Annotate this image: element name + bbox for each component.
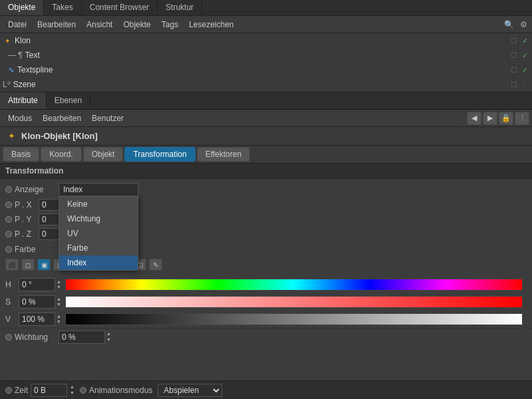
szene-check-icon: : [520,80,529,89]
tab-struktur[interactable]: Struktur [158,0,202,15]
menu-bar-right: 🔍 ⚙ [503,19,529,31]
menu-ansicht[interactable]: Ansicht [81,18,118,31]
py-label: P . Y [5,215,39,224]
tab-objekte[interactable]: Objekte [0,0,44,15]
tab-objekt[interactable]: Objekt [83,147,124,162]
tool-modus[interactable]: Modus [3,112,37,125]
tab-effektoren[interactable]: Effektoren [197,147,250,162]
color-tool-1[interactable]: ◻ [21,259,35,271]
option-keine[interactable]: Keine [59,197,138,211]
anzeige-value[interactable]: Index [59,183,138,196]
farbe-label: Farbe [5,245,59,254]
zeit-down-arrow[interactable]: ▼ [70,390,74,396]
obj-header: ✦ Klon-Objekt [Klon] [0,127,532,146]
pz-label-text: P . Z [15,229,31,239]
textspline-icons: ☐ ✓ [509,65,529,74]
pz-dot [5,231,12,237]
menu-bar: Datei Bearbeiten Ansicht Objekte Tags Le… [0,16,532,33]
px-label-text: P . X [15,200,32,209]
tab-transformation[interactable]: Transformation [124,147,195,162]
tool-benutzer[interactable]: Benutzer [86,112,129,125]
anzeige-label-text: Anzeige [15,185,43,194]
option-uv[interactable]: UV [59,226,138,241]
h-down-arrow[interactable]: ▼ [57,285,61,290]
arrow-right-btn[interactable]: ▶ [483,112,497,125]
option-farbe[interactable]: Farbe [59,241,138,255]
s-input[interactable] [19,295,55,309]
klon-name: Klon [15,36,509,45]
v-down-arrow[interactable]: ▼ [57,319,61,325]
zeit-input[interactable] [31,384,67,397]
anzeige-dot [5,186,12,193]
text-vis-icon: ☐ [509,51,519,60]
v-input[interactable] [19,313,55,326]
tab-takes[interactable]: Takes [44,0,81,15]
text-tree-icon: — ¶ [8,51,23,60]
lock-btn[interactable]: 🔒 [499,112,513,125]
arrow-left-btn[interactable]: ◀ [467,112,481,125]
settings-icon[interactable]: ⚙ [517,19,529,31]
zeit-label: Zeit [15,386,28,395]
object-row-szene[interactable]: L⁰ Szene ☐ : [0,77,532,92]
s-down-arrow[interactable]: ▼ [57,302,61,307]
klon-vis-icon: ☐ [509,36,519,45]
h-slider[interactable] [65,279,523,291]
klon-icons: ☐ ✓ [509,36,529,45]
objects-panel: ✦ Klon ☐ ✓ — ¶ Text ☐ ✓ ∿ Textspline ☐ ✓ [0,33,532,92]
zeit-up-arrow[interactable]: ▲ [70,384,74,390]
s-label: S [5,297,19,307]
attr-toolbar: Modus Bearbeiten Benutzer ◀ ▶ 🔒 ⋮ [0,110,532,127]
v-slider[interactable] [65,313,523,325]
text-icons: ☐ ✓ [509,51,529,60]
param-tab-row: Basis Koord. Objekt Transformation Effek… [0,146,532,164]
attr-toolbar-right: ◀ ▶ 🔒 ⋮ [467,112,529,125]
hue-gradient [66,279,522,290]
v-label: V [5,315,19,324]
s-up-arrow[interactable]: ▲ [57,297,61,302]
h-input[interactable] [19,278,55,291]
anim-select[interactable]: Abspielen Aufnehmen Automatisch [158,384,222,397]
menu-objekte[interactable]: Objekte [118,18,156,31]
spline-check-icon: ✓ [520,65,529,74]
color-tool-2[interactable]: ▣ [37,259,51,271]
s-row: S ▲ ▼ [0,293,532,311]
object-row-textspline[interactable]: ∿ Textspline ☐ ✓ [0,63,532,77]
wichtung-up-arrow[interactable]: ▲ [106,331,111,336]
wichtung-stepper[interactable]: ▲ ▼ [106,331,111,342]
color-tool-0[interactable]: ⬛ [5,259,19,271]
anzeige-dropdown[interactable]: Index Keine Wichtung UV Farbe Index [59,183,138,196]
v-stepper[interactable]: ▲ ▼ [57,314,61,325]
v-up-arrow[interactable]: ▲ [57,314,61,319]
tool-bearbeiten[interactable]: Bearbeiten [37,112,86,125]
menu-tags[interactable]: Tags [156,18,184,31]
wichtung-down-arrow[interactable]: ▼ [106,337,111,342]
px-label: P . X [5,200,39,209]
tab-basis[interactable]: Basis [3,147,39,162]
search-icon[interactable]: 🔍 [503,19,515,31]
h-stepper[interactable]: ▲ ▼ [57,279,61,291]
tab-ebenen[interactable]: Ebenen [47,92,90,109]
color-tool-pencil[interactable]: ✎ [149,259,162,271]
option-wichtung[interactable]: Wichtung [59,211,138,226]
py-dot [5,216,12,223]
menu-datei[interactable]: Datei [3,18,32,31]
more-btn[interactable]: ⋮ [515,112,529,125]
tab-content-browser[interactable]: Content Browser [82,0,158,15]
zeit-item: Zeit ▲ ▼ [5,384,74,397]
wichtung-label: Wichtung [5,332,59,342]
params-area: Anzeige Index Keine Wichtung UV Farbe In… [0,179,532,348]
option-index[interactable]: Index [59,255,138,270]
tab-attribute[interactable]: Attribute [0,92,47,109]
menu-lesezeichen[interactable]: Lesezeichen [184,18,239,31]
h-up-arrow[interactable]: ▲ [57,279,61,285]
zeit-stepper[interactable]: ▲ ▼ [70,384,74,396]
anim-dot [80,387,86,394]
wichtung-input[interactable] [59,331,105,344]
s-slider[interactable] [65,296,523,308]
text-name: Text [25,51,509,60]
menu-bearbeiten[interactable]: Bearbeiten [32,18,81,31]
object-row-klon[interactable]: ✦ Klon ☐ ✓ [0,33,532,48]
object-row-text[interactable]: — ¶ Text ☐ ✓ [0,48,532,63]
tab-koord[interactable]: Koord. [41,147,81,162]
s-stepper[interactable]: ▲ ▼ [57,297,61,308]
